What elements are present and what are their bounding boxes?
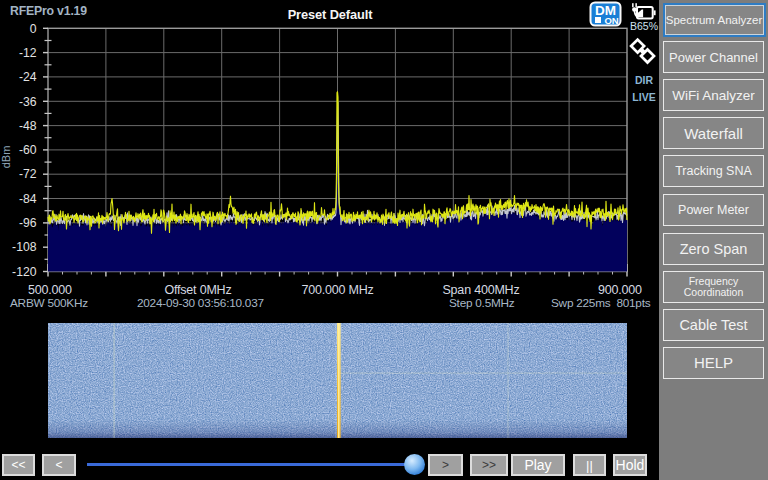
svg-text:dBm: dBm [0, 146, 12, 169]
svg-text:-84: -84 [19, 192, 37, 206]
svg-text:-48: -48 [19, 119, 37, 133]
svg-text:-36: -36 [19, 95, 37, 109]
svg-text:-60: -60 [19, 143, 37, 157]
svg-text:-72: -72 [19, 167, 37, 181]
svg-text:-12: -12 [19, 46, 37, 60]
svg-text:-24: -24 [19, 70, 37, 84]
svg-text:-96: -96 [19, 216, 37, 230]
svg-text:0: 0 [30, 22, 37, 36]
svg-text:-108: -108 [12, 240, 37, 254]
svg-text:-120: -120 [12, 265, 37, 279]
